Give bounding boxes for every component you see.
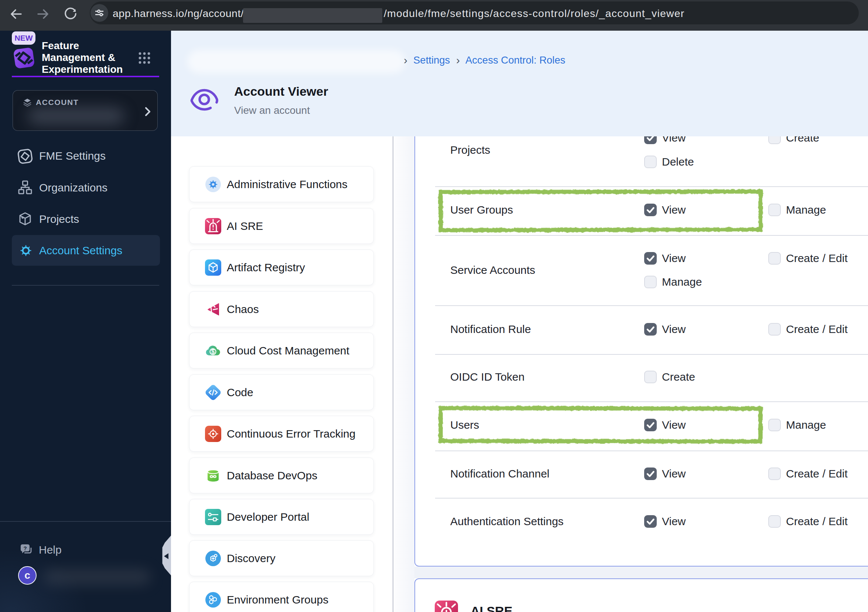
svg-text:$: $ bbox=[211, 348, 215, 355]
